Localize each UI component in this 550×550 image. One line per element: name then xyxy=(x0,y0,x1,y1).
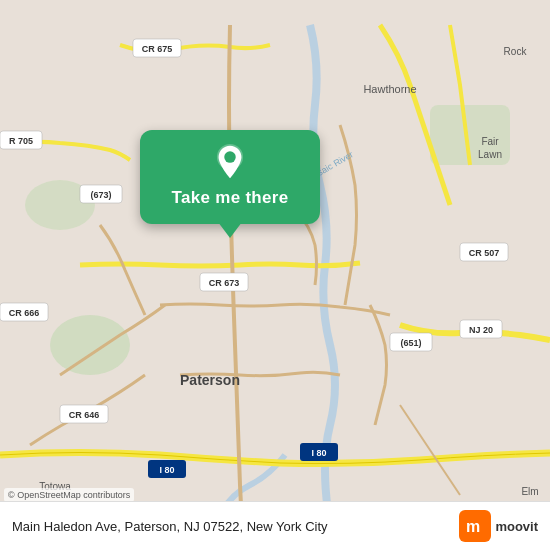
popup-card: Take me there xyxy=(140,130,320,224)
svg-text:(673): (673) xyxy=(90,190,111,200)
svg-point-35 xyxy=(224,151,235,162)
svg-text:I 80: I 80 xyxy=(311,448,326,458)
svg-text:CR 646: CR 646 xyxy=(69,410,100,420)
svg-text:Rock: Rock xyxy=(504,46,528,57)
address-text: Main Haledon Ave, Paterson, NJ 07522, Ne… xyxy=(12,519,459,534)
moovit-logo: m moovit xyxy=(459,510,538,542)
svg-text:(651): (651) xyxy=(400,338,421,348)
moovit-label-text: moovit xyxy=(495,519,538,534)
svg-text:I 80: I 80 xyxy=(159,465,174,475)
location-pin-icon xyxy=(212,144,248,180)
svg-text:m: m xyxy=(466,518,480,535)
map-attribution: © OpenStreetMap contributors xyxy=(4,488,134,502)
svg-point-1 xyxy=(50,315,130,375)
map-background: CR 675 R 705 (673) CR 673 CR 666 CR 646 … xyxy=(0,0,550,550)
svg-text:CR 673: CR 673 xyxy=(209,278,240,288)
svg-text:CR 507: CR 507 xyxy=(469,248,500,258)
svg-text:Elm: Elm xyxy=(521,486,538,497)
moovit-logo-icon: m xyxy=(459,510,491,542)
svg-text:Lawn: Lawn xyxy=(478,149,502,160)
svg-text:Hawthorne: Hawthorne xyxy=(363,83,416,95)
svg-text:CR 666: CR 666 xyxy=(9,308,40,318)
map-container: CR 675 R 705 (673) CR 673 CR 666 CR 646 … xyxy=(0,0,550,550)
svg-text:Paterson: Paterson xyxy=(180,372,240,388)
svg-text:Fair: Fair xyxy=(481,136,499,147)
svg-text:NJ 20: NJ 20 xyxy=(469,325,493,335)
svg-text:CR 675: CR 675 xyxy=(142,44,173,54)
svg-text:R 705: R 705 xyxy=(9,136,33,146)
take-me-there-button[interactable]: Take me there xyxy=(172,188,289,208)
bottom-bar: Main Haledon Ave, Paterson, NJ 07522, Ne… xyxy=(0,501,550,550)
